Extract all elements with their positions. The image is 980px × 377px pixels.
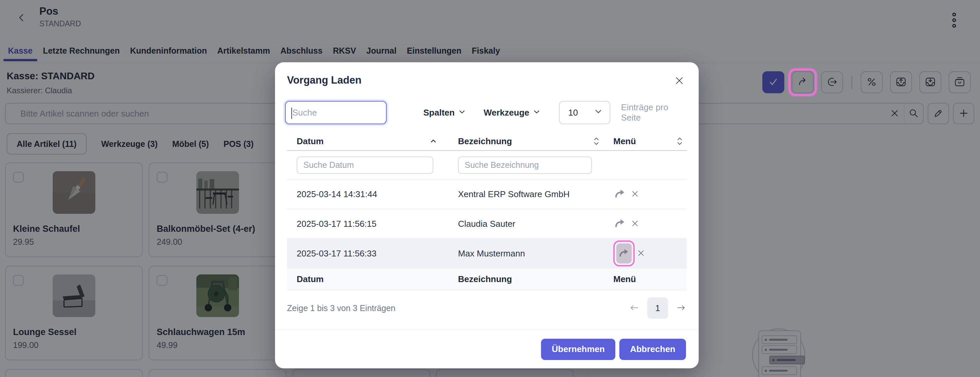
- row-name: Max Mustermann: [458, 249, 525, 259]
- footer-column-menu: Menü: [613, 274, 636, 284]
- delete-row-button[interactable]: [630, 219, 640, 230]
- table-footer-row: Datum Bezeichnung Menü: [287, 268, 687, 290]
- table-row: 2025-03-14 14:31:44 Xentral ERP Software…: [287, 179, 687, 209]
- page-size-label: Einträge pro Seite: [621, 102, 687, 123]
- table-filter-row: [287, 151, 687, 179]
- modal-title: Vorgang Laden: [287, 74, 361, 86]
- previous-page-button[interactable]: [628, 303, 640, 314]
- remove-x-icon: [630, 219, 640, 230]
- filter-date-input[interactable]: [297, 157, 433, 174]
- row-date: 2025-03-14 14:31:44: [297, 189, 377, 200]
- modal-search-input[interactable]: [286, 108, 386, 118]
- transactions-table: Datum Bezeichnung Menü: [287, 132, 687, 290]
- column-header-menu: Menü: [613, 136, 636, 147]
- footer-column-datum: Datum: [297, 274, 324, 284]
- table-row-highlighted: 2025-03-17 11:56:33 Max Mustermann: [287, 239, 687, 268]
- load-redo-icon: [613, 188, 627, 201]
- load-redo-icon: [618, 247, 630, 260]
- sort-icon[interactable]: [593, 137, 600, 146]
- arrow-right-icon: [676, 303, 687, 314]
- load-row-button[interactable]: [613, 217, 627, 230]
- footer-column-bezeichnung: Bezeichnung: [458, 274, 512, 284]
- delete-row-button[interactable]: [636, 248, 646, 259]
- load-row-button[interactable]: [616, 244, 632, 263]
- chevron-down-icon: [458, 108, 466, 118]
- sort-asc-icon[interactable]: [430, 137, 438, 145]
- delete-row-button[interactable]: [630, 189, 640, 200]
- modal-controls: Spalten Werkzeuge 10 Einträge pro Seite: [285, 101, 687, 124]
- chevron-down-icon: [594, 108, 602, 118]
- load-row-button[interactable]: [613, 188, 627, 201]
- load-redo-icon: [613, 217, 627, 230]
- columns-dropdown[interactable]: Spalten: [423, 108, 466, 118]
- modal-footer: Übernehmen Abbrechen: [275, 330, 698, 368]
- vorgang-laden-modal: Vorgang Laden Spalten Werkzeuge 10 Eintr…: [275, 62, 698, 368]
- apply-button[interactable]: Übernehmen: [541, 339, 615, 360]
- row-date: 2025-03-17 11:56:15: [297, 219, 377, 229]
- page-number-button[interactable]: 1: [648, 298, 668, 319]
- filter-name-input[interactable]: [458, 157, 592, 174]
- tools-dropdown[interactable]: Werkzeuge: [484, 108, 540, 118]
- cancel-button[interactable]: Abbrechen: [619, 339, 686, 360]
- modal-close-button[interactable]: [673, 74, 686, 87]
- row-name: Claudia Sauter: [458, 219, 515, 229]
- column-header-datum: Datum: [297, 136, 324, 147]
- row-name: Xentral ERP Software GmbH: [458, 189, 570, 200]
- arrow-left-icon: [628, 303, 640, 314]
- tutorial-highlight-ring: [613, 241, 635, 266]
- sort-icon[interactable]: [676, 137, 683, 146]
- row-date: 2025-03-17 11:56:33: [297, 249, 377, 259]
- remove-x-icon: [636, 248, 646, 259]
- column-header-bezeichnung: Bezeichnung: [458, 136, 512, 147]
- text-caret: [291, 108, 292, 119]
- pagination-bar: Zeige 1 bis 3 von 3 Einträgen 1: [287, 292, 687, 324]
- chevron-down-icon: [533, 108, 540, 118]
- page-size-select[interactable]: 10: [559, 101, 610, 124]
- table-row: 2025-03-17 11:56:15 Claudia Sauter: [287, 209, 687, 239]
- remove-x-icon: [630, 189, 640, 200]
- modal-search-field: [285, 101, 387, 124]
- tutorial-highlight-ring: [789, 69, 817, 96]
- table-header-row: Datum Bezeichnung Menü: [287, 132, 687, 151]
- close-icon: [674, 75, 685, 87]
- next-page-button[interactable]: [676, 303, 687, 314]
- pagination-info: Zeige 1 bis 3 von 3 Einträgen: [287, 303, 395, 313]
